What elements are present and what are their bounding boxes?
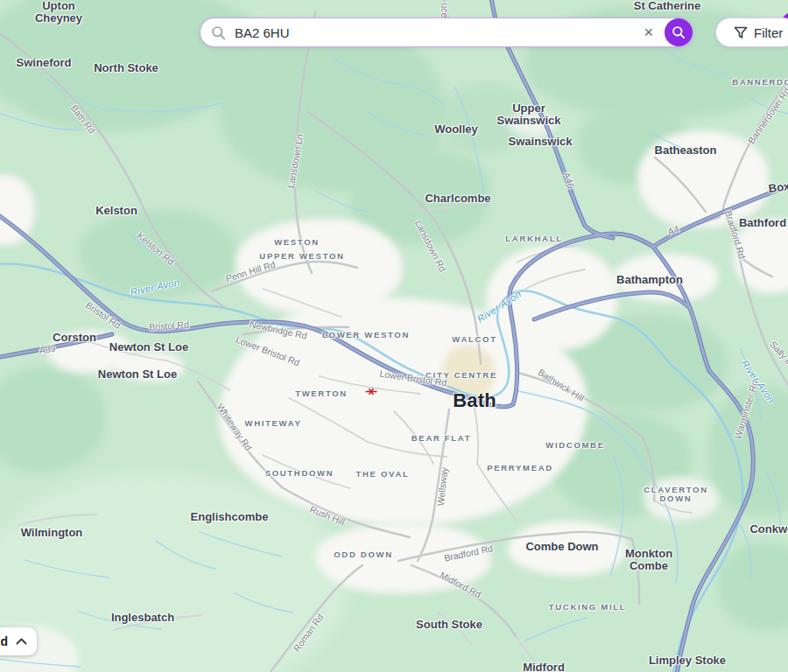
map-label-road: A46 <box>561 171 577 190</box>
map-label-district: TWERTON <box>295 388 348 398</box>
map-label-town: North Stoke <box>94 61 158 74</box>
map-label-district: THE OVAL <box>356 469 410 479</box>
map-label-road: A39 <box>39 343 56 355</box>
map-label-district: BEAR FLAT <box>412 433 471 443</box>
map-label-district: SOUTHDOWN <box>265 468 334 478</box>
map-list-toggle-button[interactable]: d <box>0 627 37 655</box>
map-label-road: Penn Hill Rd <box>224 259 276 284</box>
map-label-river: River Avon <box>130 276 180 298</box>
map-label-road: Bristol Rd <box>84 299 123 330</box>
map-label-road: Lower Bristol Rd <box>379 368 447 388</box>
map-label-district: WESTON <box>274 237 320 247</box>
map-label-town: Woolley <box>434 122 478 136</box>
map-label-road: Bath Rd <box>69 102 98 135</box>
chevron-up-icon <box>16 638 27 645</box>
map-label-road: Bannerdown Rd <box>745 86 788 146</box>
map-label-river: River Avon <box>475 288 524 324</box>
map-label-town: Kelston <box>95 204 137 217</box>
toggle-label: d <box>0 634 8 648</box>
map-app: Upton CheyneySwinefordNorth StokeSt Cath… <box>0 0 788 672</box>
map-label-road: Sally in <box>768 339 788 368</box>
map-label-road: Midford Rd <box>439 570 483 600</box>
map-label-town: Limpley Stoke <box>649 654 726 667</box>
map-label-town: South Stoke <box>416 618 482 631</box>
map-label-town: Upper Swainswick <box>491 102 566 128</box>
search-bar[interactable]: BA2 6HU × <box>200 18 693 47</box>
map-label-district: LARKHALL <box>505 234 562 243</box>
map-label-district: WALCOT <box>452 334 496 344</box>
map-label-town: Box <box>768 179 788 195</box>
map-label-town: Wilmington <box>21 526 83 539</box>
map-label-town: Bathford <box>739 216 786 229</box>
map-label-town: Swainswick <box>509 135 573 148</box>
filter-label: Filter <box>754 25 783 40</box>
map-label-district: LOWER WESTON <box>322 330 410 340</box>
map-label-district: WHITEWAY <box>245 418 302 428</box>
map-label-town: Batheaston <box>655 144 717 157</box>
map-label-road: Lansdown Ln <box>285 133 306 189</box>
map-label-road: Bradford Rd <box>723 209 748 260</box>
map-label-district: ODD DOWN <box>334 550 392 559</box>
map-label-town: Newton St Loe <box>98 368 177 381</box>
search-icon <box>211 25 226 40</box>
map-label-town: Swineford <box>17 56 72 69</box>
map-label-road: Newbridge Rd <box>249 318 308 341</box>
map-label-road: Kelston Rd <box>135 230 176 267</box>
search-submit-icon <box>672 25 686 39</box>
map-label-road: Lower Bristol Rd <box>235 334 301 368</box>
map-label-district: UPPER WESTON <box>259 251 344 261</box>
map-label-town: Englishcombe <box>191 510 269 523</box>
map-label-road: Bradford Rd <box>443 542 494 564</box>
map-label-town: Conkwell <box>749 522 788 536</box>
map-label-town: Charlcombe <box>425 192 490 205</box>
map-label-road: Wellsway <box>435 466 450 506</box>
map-label-river: River Avon <box>740 358 777 405</box>
map-label-road: Warminster Rd <box>732 379 760 440</box>
map-label-district: WIDCOMBE <box>545 440 604 450</box>
map-label-town: Combe Down <box>525 540 598 553</box>
map-label-town: Upton Cheyney <box>26 0 91 24</box>
map-label-road: A4 <box>666 223 680 237</box>
map-label-district: BANNERDOWN <box>732 77 788 87</box>
map-label-district: PERRYMEAD <box>487 463 553 472</box>
map-label-road: Bathwick Hill <box>537 367 587 403</box>
map-label-town: Midford <box>523 661 565 672</box>
map-label-town: Corston <box>53 331 96 344</box>
map-label-district: CLAVERTON DOWN <box>635 486 718 504</box>
search-submit-button[interactable] <box>665 18 693 46</box>
map-label-district: TUCKING MILL <box>549 602 626 612</box>
clear-search-button[interactable]: × <box>640 23 657 42</box>
map-label-road: Roman Rd <box>291 612 325 654</box>
map-label-town: Bathampton <box>616 273 683 286</box>
filter-button[interactable]: Filter <box>715 18 788 47</box>
map-label-city: Bath <box>453 389 496 412</box>
map-label-town: St Catherine <box>634 0 701 12</box>
map-label-road: Lansdown Rd <box>413 219 448 274</box>
map-label-road: Bristol Rd <box>149 318 189 332</box>
map-label-district: CITY CENTRE <box>426 370 497 380</box>
map-label-town: Monkton Combe <box>614 548 684 573</box>
filter-icon <box>734 26 748 39</box>
search-input[interactable]: BA2 6HU <box>235 25 640 40</box>
map-label-road: Rush Hill <box>308 504 346 528</box>
map-label-road: Whiteway Rd <box>215 402 255 452</box>
map-label-town: Newton St Loe <box>109 340 188 354</box>
map-labels: Upton CheyneySwinefordNorth StokeSt Cath… <box>0 0 788 672</box>
map-label-road: uce <box>440 4 450 18</box>
map-label-town: Inglesbatch <box>111 611 174 624</box>
